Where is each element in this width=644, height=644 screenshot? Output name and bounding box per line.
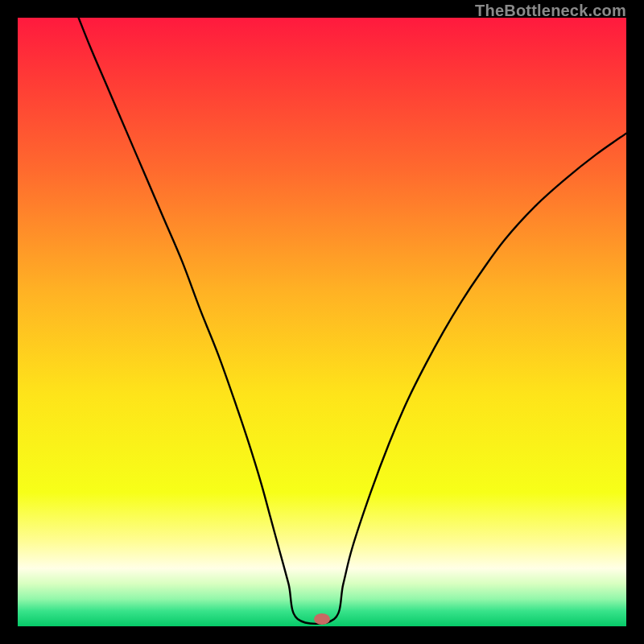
plot-area: [18, 18, 626, 626]
optimal-point-marker: [314, 613, 330, 625]
chart-frame: TheBottleneck.com: [0, 0, 644, 644]
watermark-text: TheBottleneck.com: [475, 2, 626, 20]
gradient-background: [18, 18, 626, 626]
chart-canvas: [18, 18, 626, 626]
